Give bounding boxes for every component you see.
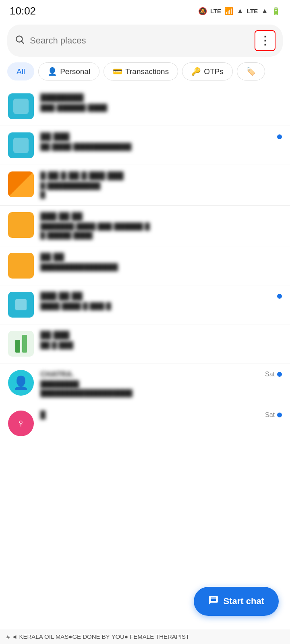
message-header: ██ ███	[40, 132, 282, 141]
message-content: █ ██ █ ██ █ ███ ███ █ ███████████ █	[40, 171, 282, 199]
avatar: ♀	[8, 411, 34, 436]
list-item[interactable]: ██ ███ ██ ████ ████████████	[0, 126, 290, 165]
tab-all[interactable]: All	[7, 62, 34, 80]
person-icon: 👤	[48, 67, 57, 76]
message-time	[275, 134, 282, 139]
message-content: ██ ███ ██ ████ ████████████	[40, 132, 282, 151]
tab-personal-label: Personal	[60, 67, 90, 76]
bottom-bar-text: # ◄ KERALA OIL MAS●GE DONE BY YOU● FEMAL…	[6, 633, 189, 640]
message-header: ██ ███	[40, 331, 282, 340]
avatar-icon: ♀	[17, 417, 25, 430]
list-item[interactable]: ████████ ███ ██████ ████	[0, 87, 290, 126]
unread-indicator	[277, 413, 282, 417]
tab-personal[interactable]: 👤 Personal	[38, 62, 99, 80]
message-header: █ Sat	[40, 411, 282, 419]
filter-tabs: All 👤 Personal 💳 Transactions 🔑 OTPs 🏷️	[0, 62, 290, 87]
tab-all-label: All	[17, 67, 25, 76]
tab-otps-label: OTPs	[204, 67, 224, 76]
status-bar: 10:02 🔕 LTE 📶 ▲ LTE ▲ 🔋	[0, 0, 290, 21]
message-content: CHATRA. Sat ████████ ███████████████████	[40, 370, 282, 397]
signal2-icon: ▲	[261, 7, 268, 15]
avatar	[8, 171, 34, 197]
message-list: ████████ ███ ██████ ████ ██ ███ ██ ████ …	[0, 87, 290, 443]
mute-icon: 🔕	[198, 7, 207, 16]
menu-button[interactable]: ⋮	[255, 30, 276, 51]
message-content: ███ ██ ██ ████ ████ █ ███ █	[40, 292, 282, 310]
person-icon: 👤	[13, 375, 29, 390]
unread-indicator	[277, 294, 282, 299]
lte2-icon: LTE	[247, 8, 258, 14]
sender-name: ██ ███	[40, 331, 70, 340]
avatar	[8, 253, 34, 279]
message-header: ███ ██ ██	[40, 292, 282, 301]
message-content: █ Sat	[40, 411, 282, 421]
credit-card-icon: 💳	[113, 67, 122, 76]
list-item[interactable]: █ ██ █ ██ █ ███ ███ █ ███████████ █	[0, 165, 290, 206]
message-preview: ████████████████	[40, 263, 282, 271]
start-chat-label: Start chat	[224, 596, 264, 607]
list-item[interactable]: ███ ██ ██ ████ ████ █ ███ █	[0, 285, 290, 324]
message-header: ████████	[40, 93, 282, 102]
sender-name: █	[40, 411, 46, 419]
time-text: Sat	[265, 371, 275, 378]
unread-indicator	[277, 372, 282, 377]
message-preview: ███████ ████ ███ ██████ █	[40, 223, 282, 231]
avatar	[8, 93, 34, 119]
sender-name: ██ ██	[40, 253, 64, 262]
chat-icon	[208, 595, 219, 608]
tab-transactions[interactable]: 💳 Transactions	[104, 62, 178, 80]
svg-line-1	[22, 41, 24, 43]
signal-icon: ▲	[236, 7, 244, 15]
tab-transactions-label: Transactions	[125, 67, 169, 76]
label-icon: 🏷️	[246, 67, 256, 76]
message-preview: ████ ████ █ ███ █	[40, 302, 282, 310]
status-icons: 🔕 LTE 📶 ▲ LTE ▲ 🔋	[198, 7, 280, 16]
key-icon: 🔑	[191, 67, 201, 76]
message-content: ███ ██ ██ ███████ ████ ███ ██████ █ █ ██…	[40, 212, 282, 239]
wifi-icon: 📶	[224, 7, 233, 16]
message-time	[275, 294, 282, 299]
message-time: Sat	[265, 411, 282, 419]
sender-name: █ ██ █ ██ █ ███ ███	[40, 171, 124, 180]
sender-name: ████████	[40, 93, 84, 102]
unread-indicator	[277, 134, 282, 139]
message-preview: ██ ████ ████████████	[40, 143, 282, 151]
sender-name: ███ ██ ██	[40, 292, 83, 301]
sender-name: ███ ██ ██	[40, 212, 83, 221]
message-header: █ ██ █ ██ █ ███ ███	[40, 171, 282, 180]
message-preview2: █	[40, 191, 282, 199]
list-item[interactable]: ██ ███ ██ █ ███	[0, 324, 290, 363]
tab-labels[interactable]: 🏷️	[237, 62, 265, 80]
three-dots-icon: ⋮	[259, 35, 271, 46]
message-time: Sat	[265, 371, 282, 378]
message-preview: ████████	[40, 380, 282, 388]
avatar	[8, 212, 34, 238]
bottom-bar: # ◄ KERALA OIL MAS●GE DONE BY YOU● FEMAL…	[0, 629, 290, 644]
search-input[interactable]	[30, 35, 250, 46]
list-item[interactable]: ██ ██ ████████████████	[0, 246, 290, 285]
message-preview: ███ ██████ ████	[40, 104, 282, 112]
list-item[interactable]: ♀ █ Sat	[0, 404, 290, 443]
start-chat-button[interactable]: Start chat	[194, 587, 279, 616]
status-time: 10:02	[10, 5, 36, 17]
avatar	[8, 292, 34, 318]
message-header: ██ ██	[40, 253, 282, 262]
message-header: ███ ██ ██	[40, 212, 282, 221]
list-item[interactable]: ███ ██ ██ ███████ ████ ███ ██████ █ █ ██…	[0, 206, 290, 246]
avatar	[8, 331, 34, 357]
bar-chart-icon	[12, 332, 30, 356]
message-header: CHATRA. Sat	[40, 370, 282, 379]
avatar	[8, 132, 34, 158]
message-preview: █ ███████████	[40, 182, 282, 190]
list-item[interactable]: 👤 CHATRA. Sat ████████ █████████████████…	[0, 363, 290, 404]
tab-otps[interactable]: 🔑 OTPs	[182, 62, 233, 80]
message-preview2: █ █████ ████	[40, 231, 282, 239]
search-bar[interactable]: ⋮	[7, 25, 283, 57]
search-icon	[14, 34, 25, 47]
sender-name: ██ ███	[40, 132, 70, 141]
message-preview2: ███████████████████	[40, 389, 282, 397]
message-content: ██ ███ ██ █ ███	[40, 331, 282, 349]
lte-icon: LTE	[210, 8, 221, 14]
message-content: ██ ██ ████████████████	[40, 253, 282, 271]
message-content: ████████ ███ ██████ ████	[40, 93, 282, 112]
